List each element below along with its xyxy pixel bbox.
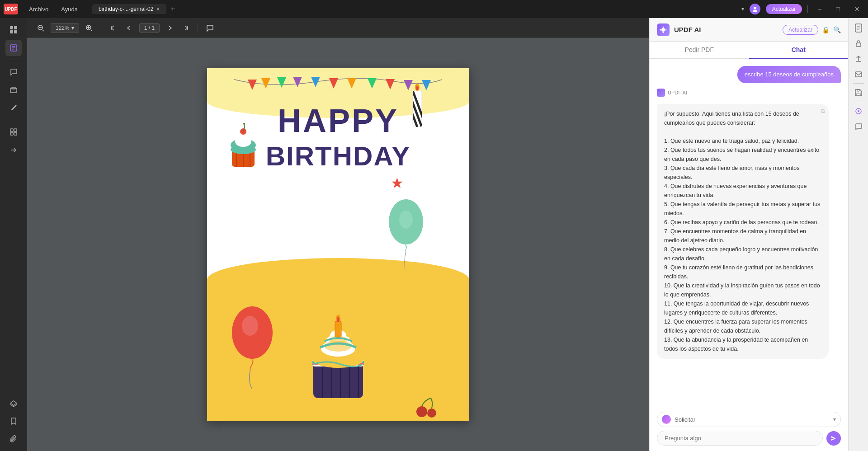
svg-line-22 xyxy=(91,30,92,31)
rs-divider-2 xyxy=(853,102,864,102)
ai-input-area: Solicitar ▾ xyxy=(650,406,848,451)
ai-update-button[interactable]: Actualizar xyxy=(783,25,818,35)
svg-point-77 xyxy=(337,317,340,322)
svg-rect-91 xyxy=(856,43,861,47)
pdf-page: HAPPY BIRTHDAY xyxy=(207,68,469,421)
sidebar-divider xyxy=(6,60,21,60)
zoom-display[interactable]: 122% ▾ xyxy=(51,23,79,33)
ai-search-icon[interactable]: 🔍 xyxy=(833,26,841,33)
svg-rect-2 xyxy=(10,26,13,29)
tab-add-button[interactable]: + xyxy=(167,4,178,14)
tab-chat[interactable]: Chat xyxy=(749,42,849,59)
sidebar-icon-annotate[interactable] xyxy=(5,100,22,116)
tab-bar: birthday-c-...-genral-02 ✕ + xyxy=(92,4,178,14)
comment-button[interactable] xyxy=(203,23,216,33)
copy-button[interactable]: ⧉ xyxy=(821,108,825,115)
sidebar-icon-form[interactable] xyxy=(5,82,22,98)
last-page-button[interactable] xyxy=(179,23,192,33)
ai-response-bubble: ⧉ ¡Por supuesto! Aquí tienes una lista c… xyxy=(657,104,829,359)
balloon-red-svg xyxy=(225,303,279,394)
ai-response-text: ¡Por supuesto! Aquí tienes una lista con… xyxy=(664,109,821,353)
sidebar-icon-layers[interactable] xyxy=(5,395,22,411)
close-button[interactable]: ✕ xyxy=(850,4,864,14)
ai-logo xyxy=(657,23,670,36)
svg-rect-12 xyxy=(10,129,13,132)
solicitar-bar[interactable]: Solicitar ▾ xyxy=(657,412,841,427)
zoom-dropdown-icon: ▾ xyxy=(71,25,74,31)
svg-rect-74 xyxy=(335,321,341,337)
prev-page-button[interactable] xyxy=(123,23,136,33)
ai-sender-logo xyxy=(657,89,665,97)
dropdown-icon[interactable]: ▾ xyxy=(741,6,744,12)
zoom-out-button[interactable] xyxy=(34,23,47,33)
svg-point-84 xyxy=(663,32,664,33)
svg-rect-14 xyxy=(10,132,13,135)
sidebar-icon-bookmark[interactable] xyxy=(5,413,22,429)
svg-marker-31 xyxy=(347,78,356,89)
titlebar-divider xyxy=(807,5,808,13)
svg-marker-25 xyxy=(248,80,257,90)
svg-point-81 xyxy=(427,409,436,418)
minimize-button[interactable]: − xyxy=(813,4,826,14)
ai-panel: UPDF AI Actualizar 🔒 🔍 Pedir PDF Chat es… xyxy=(649,18,848,451)
rs-icon-envelope[interactable] xyxy=(852,68,865,80)
svg-point-0 xyxy=(754,7,756,9)
ai-lock-icon[interactable]: 🔒 xyxy=(822,26,830,33)
next-page-button[interactable] xyxy=(163,23,176,33)
solicitar-chevron-icon: ▾ xyxy=(833,416,836,423)
svg-marker-32 xyxy=(368,78,377,89)
ai-header-right: Actualizar 🔒 🔍 xyxy=(783,25,841,35)
cupcake-small-svg xyxy=(221,118,266,172)
rs-icon-ai[interactable] xyxy=(852,105,865,117)
page-display: 1 / 1 xyxy=(139,23,160,33)
ai-sender-name: UPDF AI xyxy=(668,90,687,95)
rs-icon-save[interactable] xyxy=(852,86,865,99)
card-bg-wave xyxy=(207,258,469,294)
titlebar-right: ▾ Actualizar − □ ✕ xyxy=(741,4,864,14)
ai-sender-row: UPDF AI xyxy=(657,89,841,97)
right-sidebar xyxy=(848,18,868,451)
zoom-in-button[interactable] xyxy=(83,23,95,33)
solicitar-label: Solicitar xyxy=(675,416,830,423)
cupcake-large-svg xyxy=(300,312,377,403)
app-logo: UPDF xyxy=(4,4,18,14)
tab-close-icon[interactable]: ✕ xyxy=(156,6,160,12)
chat-input[interactable] xyxy=(657,431,823,446)
zoom-value: 122% xyxy=(56,25,70,31)
sidebar-icon-grid[interactable] xyxy=(5,22,22,38)
menu-ayuda[interactable]: Ayuda xyxy=(56,4,83,14)
tab-birthday[interactable]: birthday-c-...-genral-02 ✕ xyxy=(92,4,166,14)
rs-icon-pdf[interactable] xyxy=(852,22,865,34)
rs-icon-upload[interactable] xyxy=(852,52,865,65)
input-row xyxy=(657,431,841,446)
solicitar-icon xyxy=(662,415,671,424)
candle-svg xyxy=(406,77,429,136)
tab-pedir-pdf[interactable]: Pedir PDF xyxy=(650,42,749,59)
birthday-card: HAPPY BIRTHDAY xyxy=(207,68,469,421)
svg-point-85 xyxy=(660,29,661,30)
toolbar-divider-1 xyxy=(101,23,101,33)
ai-chat-area[interactable]: escribe 15 deseos de cumpleaños UPDF AI … xyxy=(650,59,848,406)
sidebar-icon-comment[interactable] xyxy=(5,64,22,80)
first-page-button[interactable] xyxy=(107,23,119,33)
send-button[interactable] xyxy=(826,431,841,446)
maximize-button[interactable]: □ xyxy=(832,4,844,14)
sidebar-icon-organize[interactable] xyxy=(5,124,22,140)
sidebar-divider-2 xyxy=(6,120,21,120)
rs-divider xyxy=(853,83,864,84)
svg-point-54 xyxy=(416,86,419,90)
menu-archivo[interactable]: Archivo xyxy=(24,4,54,14)
sidebar-icon-convert[interactable] xyxy=(5,142,22,158)
main-layout: 122% ▾ 1 / 1 xyxy=(0,18,868,451)
svg-point-82 xyxy=(661,28,665,32)
content-area: 122% ▾ 1 / 1 xyxy=(27,18,649,451)
rs-icon-chat-small[interactable] xyxy=(852,120,865,133)
pdf-viewer[interactable]: HAPPY BIRTHDAY xyxy=(27,38,649,451)
sidebar-icon-attach[interactable] xyxy=(5,431,22,447)
rs-icon-lock[interactable] xyxy=(852,37,865,50)
svg-marker-33 xyxy=(386,79,395,89)
sidebar-icon-edit[interactable] xyxy=(5,40,22,56)
svg-rect-4 xyxy=(10,30,13,33)
avatar[interactable] xyxy=(750,4,760,14)
update-button[interactable]: Actualizar xyxy=(766,4,802,14)
